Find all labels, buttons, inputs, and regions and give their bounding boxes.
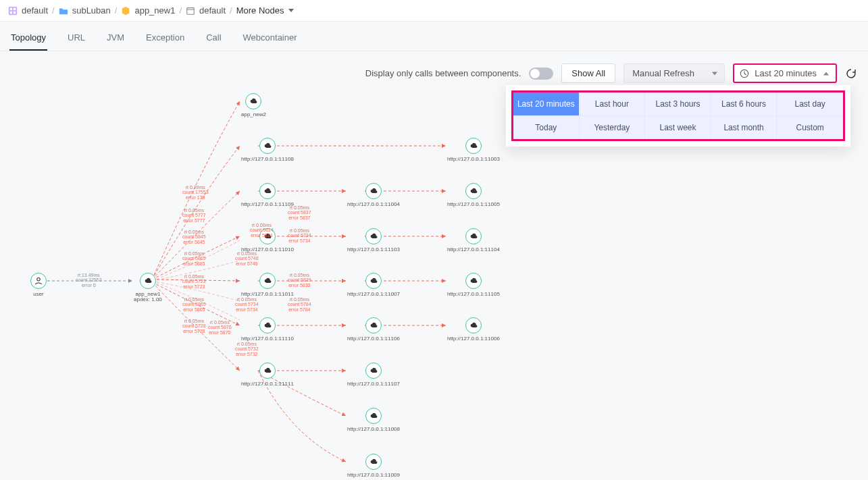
cloud-icon bbox=[263, 277, 272, 285]
cloud-icon bbox=[369, 232, 378, 240]
node-service[interactable]: http://127.0.0.1:11007 bbox=[347, 273, 400, 297]
time-range-option[interactable]: Last 20 minutes bbox=[513, 92, 580, 116]
tab-topology[interactable]: Topology bbox=[9, 26, 47, 51]
time-range-select[interactable]: Last 20 minutes bbox=[733, 63, 837, 83]
svg-rect-3 bbox=[10, 11, 13, 14]
edge-label: rt 0.05mscount 5728error 5728 bbox=[182, 319, 206, 334]
node-service[interactable]: http://127.0.0.1:11108 bbox=[241, 138, 294, 162]
node-label: http://127.0.0.1:11108 bbox=[241, 157, 294, 162]
breadcrumb-label: subLuban bbox=[72, 5, 111, 16]
cloud-icon bbox=[263, 142, 272, 150]
node-service[interactable]: http://127.0.0.1:11109 bbox=[241, 183, 294, 207]
node-label: app_new1apdex: 1.00 bbox=[134, 292, 162, 303]
node-user[interactable]: user bbox=[30, 273, 47, 297]
breadcrumb-item-app[interactable]: app_new1 bbox=[121, 5, 175, 16]
node-service[interactable]: app_new2 bbox=[241, 93, 266, 117]
time-range-option[interactable]: Last hour bbox=[580, 92, 646, 116]
svg-rect-2 bbox=[14, 7, 16, 10]
tab-webcontainer[interactable]: Webcontainer bbox=[242, 26, 299, 51]
breadcrumb-label: More Nodes bbox=[236, 5, 284, 16]
cloud-icon bbox=[144, 277, 152, 285]
cloud-icon bbox=[263, 187, 272, 195]
time-range-option[interactable]: Yesterday bbox=[580, 116, 646, 139]
tab-call[interactable]: Call bbox=[205, 26, 222, 51]
display-only-label: Display only calls between components. bbox=[365, 68, 521, 78]
node-service[interactable]: http://127.0.0.1:11103 bbox=[347, 228, 400, 252]
time-range-option[interactable]: Today bbox=[513, 116, 580, 139]
cloud-icon bbox=[249, 97, 257, 105]
tab-jvm[interactable]: JVM bbox=[105, 26, 126, 51]
edge-label: rt 0.05mscount 5734error 5734 bbox=[288, 228, 311, 243]
breadcrumb-item-env[interactable]: default bbox=[186, 5, 226, 16]
clock-icon bbox=[740, 69, 749, 78]
node-service[interactable]: http://127.0.0.1:11105 bbox=[447, 273, 500, 297]
node-service[interactable]: http://127.0.0.1:11106 bbox=[347, 317, 400, 342]
node-service[interactable]: http://127.0.0.1:11008 bbox=[347, 408, 400, 432]
node-label: http://127.0.0.1:11104 bbox=[447, 247, 500, 252]
edge-label: rt 0.05mscount 5784error 5784 bbox=[288, 297, 311, 312]
time-range-option[interactable]: Last 6 hours bbox=[711, 92, 777, 116]
svg-rect-4 bbox=[14, 11, 16, 14]
node-service[interactable]: http://127.0.0.1:11005 bbox=[447, 183, 500, 207]
node-label: app_new2 bbox=[241, 112, 266, 117]
node-label: http://127.0.0.1:11008 bbox=[347, 427, 400, 432]
node-service[interactable]: http://127.0.0.1:11006 bbox=[447, 317, 500, 342]
node-label: http://127.0.0.1:11005 bbox=[447, 202, 500, 207]
node-service[interactable]: http://127.0.0.1:11104 bbox=[447, 228, 500, 252]
time-range-option[interactable]: Last day bbox=[777, 92, 843, 116]
cloud-icon bbox=[469, 232, 478, 240]
edge-label: rt 0.05mscount 5748error 5748 bbox=[235, 251, 259, 266]
node-service[interactable]: http://127.0.0.1:11111 bbox=[241, 363, 294, 387]
cloud-icon bbox=[369, 412, 378, 420]
tab-url[interactable]: URL bbox=[66, 26, 86, 51]
time-range-option[interactable]: Custom bbox=[777, 116, 843, 139]
node-service[interactable]: http://127.0.0.1:11004 bbox=[347, 183, 400, 207]
folder-icon bbox=[59, 6, 68, 16]
cloud-icon bbox=[469, 321, 478, 329]
node-service[interactable]: http://127.0.0.1:11107 bbox=[347, 363, 400, 387]
breadcrumb-item-more[interactable]: More Nodes bbox=[236, 5, 294, 16]
node-service[interactable]: http://127.0.0.1:11003 bbox=[447, 138, 500, 162]
edge-label: rt 0.05mscount 5734error 5734 bbox=[235, 297, 259, 312]
node-app[interactable]: app_new1apdex: 1.00 bbox=[134, 273, 162, 303]
node-label: http://127.0.0.1:11109 bbox=[241, 202, 294, 207]
show-all-button[interactable]: Show All bbox=[561, 63, 615, 83]
cloud-icon bbox=[263, 367, 272, 375]
node-label: http://127.0.0.1:11007 bbox=[347, 292, 400, 297]
cloud-icon bbox=[369, 321, 378, 329]
cloud-icon bbox=[369, 367, 378, 375]
tab-exception[interactable]: Exception bbox=[145, 26, 186, 51]
chevron-down-icon bbox=[288, 9, 294, 13]
cloud-icon bbox=[469, 187, 478, 195]
breadcrumb-label: app_new1 bbox=[134, 5, 175, 16]
refresh-icon bbox=[845, 68, 857, 80]
breadcrumb-item-folder[interactable]: subLuban bbox=[59, 5, 111, 16]
time-range-option[interactable]: Last 3 hours bbox=[645, 92, 711, 116]
edge-label: rt 0.05mscount 5837error 5837 bbox=[288, 205, 311, 220]
toolbar: Display only calls between components. S… bbox=[0, 51, 868, 90]
node-label: http://127.0.0.1:11103 bbox=[347, 247, 400, 252]
tabs: Topology URL JVM Exception Call Webconta… bbox=[0, 22, 868, 51]
chevron-down-icon bbox=[712, 72, 717, 75]
edge-label: rt 0.05mscount 5829error 5830 bbox=[288, 273, 311, 288]
breadcrumb-sep: / bbox=[115, 5, 118, 16]
time-range-option[interactable]: Last week bbox=[645, 116, 711, 139]
time-range-value: Last 20 minutes bbox=[755, 68, 817, 78]
node-service[interactable]: http://127.0.0.1:11011 bbox=[241, 273, 294, 297]
refresh-mode-value: Manual Refresh bbox=[632, 68, 694, 78]
refresh-button[interactable] bbox=[845, 68, 857, 80]
breadcrumb-item-product[interactable]: default bbox=[8, 5, 48, 16]
node-service[interactable]: http://127.0.0.1:11009 bbox=[347, 454, 400, 478]
svg-rect-5 bbox=[187, 7, 195, 14]
edge-label: rt 0.05mscount 5865error 5865 bbox=[182, 297, 206, 312]
edge-label: rt 0.05mscount 5723error 5723 bbox=[182, 274, 206, 289]
node-label: http://127.0.0.1:11003 bbox=[447, 157, 500, 162]
chevron-up-icon bbox=[823, 72, 829, 75]
refresh-mode-select[interactable]: Manual Refresh bbox=[623, 63, 725, 83]
grid-icon bbox=[8, 6, 18, 16]
node-label: http://127.0.0.1:11006 bbox=[447, 336, 500, 342]
display-only-toggle[interactable] bbox=[529, 68, 553, 80]
node-label: http://127.0.0.1:11009 bbox=[347, 473, 400, 478]
node-service[interactable]: http://127.0.0.1:11110 bbox=[241, 317, 294, 342]
time-range-option[interactable]: Last month bbox=[711, 116, 777, 139]
